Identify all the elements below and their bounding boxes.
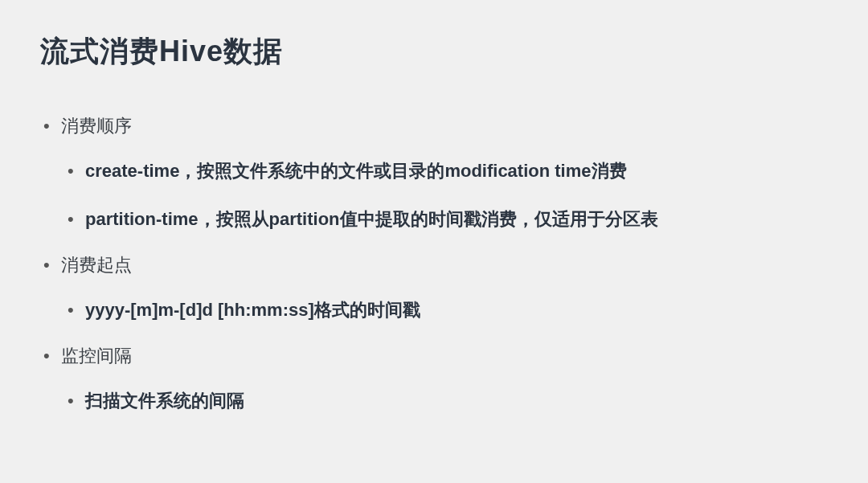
list-item: 扫描文件系统的间隔 xyxy=(40,384,828,418)
list-item: 消费起点 yyyy-[m]m-[d]d [hh:mm:ss]格式的时间戳 xyxy=(40,251,828,327)
list-item: 消费顺序 create-time，按照文件系统中的文件或目录的modificat… xyxy=(40,112,828,236)
bullet-list: 消费顺序 create-time，按照文件系统中的文件或目录的modificat… xyxy=(40,112,828,418)
list-item: create-time，按照文件系统中的文件或目录的modification t… xyxy=(40,154,828,188)
list-item-label: 消费顺序 xyxy=(40,112,828,140)
slide-title: 流式消费Hive数据 xyxy=(40,32,828,72)
list-item-label: 消费起点 xyxy=(40,251,828,279)
sub-bullet-list: yyyy-[m]m-[d]d [hh:mm:ss]格式的时间戳 xyxy=(40,293,828,327)
list-item: 监控间隔 扫描文件系统的间隔 xyxy=(40,342,828,418)
list-item: yyyy-[m]m-[d]d [hh:mm:ss]格式的时间戳 xyxy=(40,293,828,327)
sub-bullet-list: 扫描文件系统的间隔 xyxy=(40,384,828,418)
list-item-label: 扫描文件系统的间隔 xyxy=(40,384,828,418)
list-item-label: create-time，按照文件系统中的文件或目录的modification t… xyxy=(40,154,828,188)
list-item-label: 监控间隔 xyxy=(40,342,828,370)
sub-bullet-list: create-time，按照文件系统中的文件或目录的modification t… xyxy=(40,154,828,236)
list-item: partition-time，按照从partition值中提取的时间戳消费，仅适… xyxy=(40,203,828,236)
list-item-label: partition-time，按照从partition值中提取的时间戳消费，仅适… xyxy=(40,203,828,236)
list-item-label: yyyy-[m]m-[d]d [hh:mm:ss]格式的时间戳 xyxy=(40,293,828,327)
